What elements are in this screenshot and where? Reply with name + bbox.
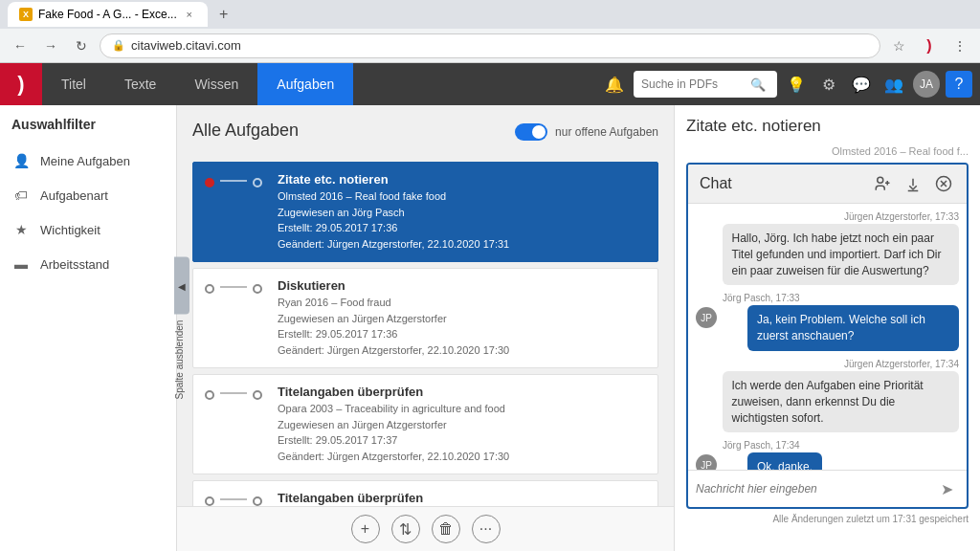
right-panel: Zitate etc. notieren Olmsted 2016 – Real… [674,105,980,551]
msg-row-2: JP Ja, kein Problem. Welche soll ich zue… [696,305,959,351]
chat-message-1: Jürgen Atzgerstorfer, 17:33 Hallo, Jörg.… [696,211,959,285]
task-item-2[interactable]: Diskutieren Ryan 2016 – Food fraud Zugew… [192,268,658,368]
add-task-button[interactable]: + [351,515,380,543]
chat-download-icon[interactable] [902,172,924,195]
task-content-1: Zitate etc. notieren Olmsted 2016 – Real… [278,172,646,252]
chat-messages: Jürgen Atzgerstorfer, 17:33 Hallo, Jörg.… [688,204,967,470]
msg-row-4: JP Ok, danke. [696,452,959,470]
task-dot-empty-3 [205,390,214,400]
toggle-row: nur offene Aufgaben [515,123,658,141]
app-logo: ) [0,63,42,105]
tab-texte[interactable]: Texte [105,63,175,105]
main-content: Auswahlfilter 👤 Meine Aufgaben 🏷 Aufgabe… [0,105,980,551]
url-text: citaviweb.citavi.com [131,38,241,53]
notification-bell-icon[interactable]: 🔔 [601,71,628,98]
help-question-icon[interactable]: ? [946,71,972,98]
logo-icon: ) [17,72,24,97]
chat-send-button[interactable]: ➤ [934,476,959,501]
sidebar-item-aufgabenart[interactable]: 🏷 Aufgabenart [0,178,176,212]
chat-container: Chat Jürgen Atzgerstorfer, 17:33 [686,163,969,509]
chat-title: Chat [700,175,732,192]
chat-message-input[interactable] [696,482,928,496]
chat-add-person-icon[interactable] [871,172,894,195]
settings-gear-icon[interactable]: ⚙ [815,71,842,98]
browser-chrome: X Fake Food - A G... - Exce... × + [0,0,980,29]
sidebar-title: Auswahlfilter [0,117,176,143]
people-icon[interactable]: 👥 [880,71,907,98]
right-panel-title: Zitate etc. notieren [686,117,969,136]
right-panel-subtitle: Olmsted 2016 – Real food f... [686,145,969,157]
task-line-2 [220,286,247,288]
browser-menu-icon[interactable]: ⋮ [947,33,972,58]
nav-tabs: Titel Texte Wissen Aufgaben [42,63,601,105]
task-item-4[interactable]: Titelangaben überprüfen Nascimento, Sant… [192,480,658,506]
sidebar-label-aufgabenart: Aufgabenart [40,188,108,203]
star-icon: ★ [11,220,31,239]
chat-close-icon[interactable] [932,172,955,195]
sidebar-label-wichtigkeit: Wichtigkeit [40,223,100,237]
task-circle-4 [253,496,262,506]
sidebar-item-meine-aufgaben[interactable]: 👤 Meine Aufgaben [0,143,176,178]
task-dot-empty-4 [205,496,214,506]
task-sub-2: Ryan 2016 – Food fraud Zugewiesen an Jür… [278,295,646,358]
toolbar-right: 🔔 🔍 💡 ⚙ 💬 👥 JA ? [601,71,980,98]
new-tab-button[interactable]: + [213,4,234,25]
chat-message-4: Jörg Pasch, 17:34 JP Ok, danke. [696,440,959,470]
msg-sender-2: Jörg Pasch, 17:33 [696,293,959,303]
sidebar-item-arbeitsstand[interactable]: ▬ Arbeitsstand [0,247,176,281]
user-avatar[interactable]: JA [913,71,940,98]
pdf-search-icon[interactable]: 🔍 [750,77,766,92]
msg-bubble-3: Ich werde den Aufgaben eine Priorität zu… [723,371,960,432]
task-content-4: Titelangaben überprüfen Nascimento, Sant… [278,491,646,506]
task-list: Zitate etc. notieren Olmsted 2016 – Real… [177,152,674,506]
tab-close-button[interactable]: × [183,8,196,21]
delete-button[interactable]: 🗑 [432,515,460,543]
task-line-3 [220,392,247,394]
task-sub-1: Olmsted 2016 – Real food fake food Zugew… [278,188,646,252]
sidebar-collapse-button[interactable]: ◀ [174,257,189,315]
person-icon: 👤 [11,151,31,170]
tab-title: Fake Food - A G... - Exce... [38,8,177,21]
pdf-search-input[interactable] [641,77,746,91]
tab-aufgaben[interactable]: Aufgaben [257,63,353,105]
browser-controls: ← → ↻ 🔒 citaviweb.citavi.com ☆ ) ⋮ [0,29,980,63]
sort-button[interactable]: ⇅ [391,515,420,543]
address-bar[interactable]: 🔒 citaviweb.citavi.com [100,33,880,58]
msg-avatar-4: JP [696,454,717,470]
sidebar-label-meine-aufgaben: Meine Aufgaben [40,154,130,168]
task-title-1: Zitate etc. notieren [278,172,646,187]
sidebar-label-arbeitsstand: Arbeitsstand [40,257,109,272]
app-toolbar: ) Titel Texte Wissen Aufgaben 🔔 🔍 💡 ⚙ 💬 … [0,63,980,105]
comment-icon[interactable]: 💬 [848,71,875,98]
task-item-1[interactable]: Zitate etc. notieren Olmsted 2016 – Real… [192,162,658,262]
task-status-3 [205,385,268,400]
toggle-label: nur offene Aufgaben [555,125,658,139]
tab-titel[interactable]: Titel [42,63,105,105]
citavi-extension-icon[interactable]: ) [917,33,942,58]
task-title-4: Titelangaben überprüfen [278,491,646,505]
msg-bubble-4: Ok, danke. [747,452,822,470]
reload-button[interactable]: ↻ [69,33,94,58]
browser-tab[interactable]: X Fake Food - A G... - Exce... × [8,2,208,27]
chat-message-2: Jörg Pasch, 17:33 JP Ja, kein Problem. W… [696,293,959,351]
sidebar-item-wichtigkeit[interactable]: ★ Wichtigkeit [0,212,176,247]
toggle-offene-aufgaben[interactable] [515,123,547,141]
back-button[interactable]: ← [8,33,33,58]
msg-sender-1: Jürgen Atzgerstorfer, 17:33 [696,211,959,222]
lock-icon: 🔒 [112,39,125,52]
task-line-4 [220,498,247,500]
task-circle-2 [253,284,262,294]
msg-sender-4: Jörg Pasch, 17:34 [696,440,959,451]
more-options-button[interactable]: ··· [472,515,501,543]
chat-message-3: Jürgen Atzgerstorfer, 17:34 Ich werde de… [696,359,959,432]
forward-button[interactable]: → [38,33,63,58]
tab-wissen[interactable]: Wissen [175,63,257,105]
bookmark-icon[interactable]: ☆ [886,33,911,58]
pdf-search-box[interactable]: 🔍 [634,71,777,98]
msg-bubble-2: Ja, kein Problem. Welche soll ich zuerst… [747,305,959,351]
task-line-1 [220,180,247,182]
sidebar-collapse-label: Spalte ausblenden [174,320,185,400]
lightbulb-icon[interactable]: 💡 [783,71,810,98]
chat-header: Chat [688,165,967,204]
task-item-3[interactable]: Titelangaben überprüfen Opara 2003 – Tra… [192,374,658,474]
